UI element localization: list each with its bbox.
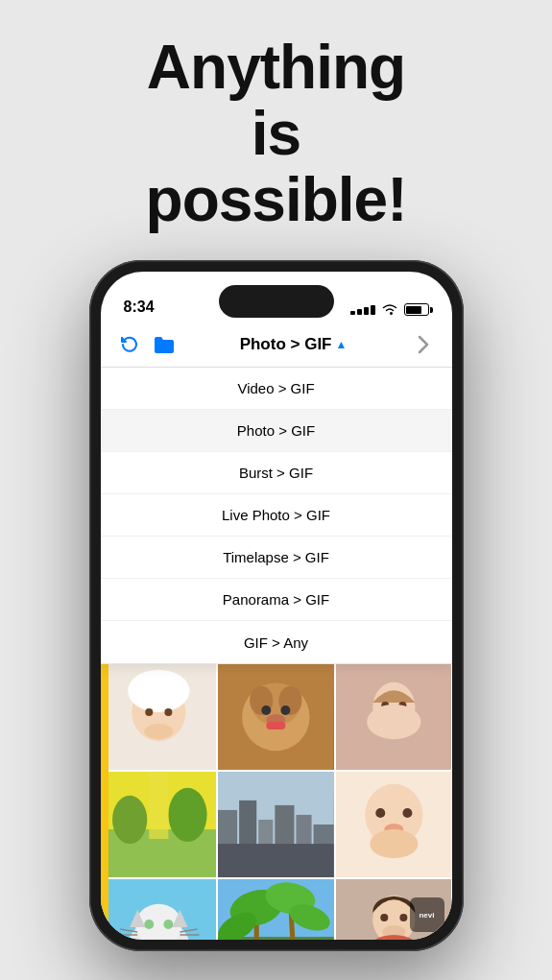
dynamic-island [219,285,334,318]
photo-grid-area: nevi [101,664,452,940]
svg-point-2 [128,670,189,712]
headline: Anything is possible! [146,35,407,233]
svg-rect-31 [314,825,334,877]
svg-point-44 [144,920,154,929]
yellow-strip [101,664,108,940]
svg-point-45 [163,920,173,929]
photo-cell-4[interactable] [101,772,217,877]
photo-cell-2[interactable] [218,664,334,770]
phone-mockup: 8:34 [89,260,464,951]
refresh-button[interactable] [116,331,143,358]
nav-title[interactable]: Photo > GIF ▲ [185,335,402,354]
svg-point-62 [382,925,405,939]
svg-point-3 [145,708,153,716]
svg-point-61 [399,914,407,921]
dropdown-item-video[interactable]: Video > GIF [101,368,452,410]
dropdown-item-burst[interactable]: Burst > GIF [101,452,452,494]
folder-button[interactable] [151,331,178,358]
status-icons [350,303,429,316]
photo-cell-8[interactable] [218,879,334,940]
svg-rect-30 [297,815,312,877]
svg-rect-33 [336,772,452,877]
status-time: 8:34 [124,299,155,316]
svg-point-17 [381,702,389,709]
svg-point-63 [365,935,422,940]
svg-point-13 [266,714,285,726]
svg-point-4 [164,708,172,716]
svg-rect-27 [239,801,256,877]
svg-point-23 [168,788,206,842]
svg-rect-50 [218,879,334,937]
svg-point-57 [286,899,334,936]
svg-rect-32 [218,844,334,877]
svg-point-59 [372,896,415,940]
dropdown-item-gifany[interactable]: GIF > Any [101,621,452,663]
svg-rect-39 [101,879,217,940]
photo-cell-5[interactable] [218,772,334,877]
svg-rect-29 [275,805,294,877]
photo-cell-1[interactable] [101,664,217,770]
watermark-text: nevi [419,911,434,920]
photo-grid [101,664,452,940]
svg-rect-6 [218,664,334,770]
dropdown-menu: Video > GIF Photo > GIF Burst > GIF Live… [101,368,452,664]
nav-bar: Photo > GIF ▲ [101,322,452,368]
svg-rect-15 [336,664,452,770]
svg-point-56 [218,907,261,941]
nav-title-arrow-icon: ▲ [335,338,347,351]
photo-cell-3[interactable] [336,664,452,770]
forward-button[interactable] [410,331,437,358]
svg-point-36 [402,808,412,818]
dropdown-item-livephoto[interactable]: Live Photo > GIF [101,494,452,537]
battery-fill [406,306,421,314]
svg-rect-51 [218,937,334,940]
phone-screen: 8:34 [101,272,452,940]
svg-point-38 [370,829,418,858]
svg-rect-28 [258,820,273,877]
dropdown-item-timelapse[interactable]: Timelapse > GIF [101,537,452,579]
svg-point-22 [112,796,147,844]
svg-point-11 [261,705,271,715]
svg-point-7 [242,683,309,751]
svg-point-8 [252,683,300,726]
svg-rect-25 [218,772,334,877]
svg-line-53 [291,898,296,940]
svg-point-41 [135,904,181,940]
svg-point-40 [128,920,189,940]
battery-icon [404,303,429,316]
svg-rect-21 [101,829,217,877]
dropdown-item-panorama[interactable]: Panorama > GIF [101,579,452,621]
svg-point-12 [281,705,291,715]
signal-icon [350,305,375,315]
svg-point-5 [144,724,173,739]
svg-point-10 [279,686,302,715]
svg-point-60 [380,914,388,921]
svg-point-18 [398,702,406,709]
svg-point-1 [132,683,185,741]
svg-rect-14 [266,722,285,729]
svg-point-19 [367,705,420,739]
svg-rect-0 [101,664,217,770]
svg-rect-20 [101,772,217,877]
svg-marker-43 [172,910,187,927]
svg-marker-42 [130,910,145,927]
svg-point-37 [384,824,403,835]
svg-point-34 [365,784,422,846]
wifi-icon [381,303,398,316]
svg-rect-26 [218,810,237,877]
svg-point-35 [375,808,385,818]
svg-line-46 [120,929,137,932]
svg-point-54 [226,884,287,932]
svg-line-48 [180,929,197,932]
photo-cell-6[interactable] [336,772,452,877]
watermark: nevi [410,897,444,932]
photo-cell-7[interactable] [101,879,217,940]
dropdown-item-photo[interactable]: Photo > GIF [101,410,452,452]
svg-point-55 [263,879,318,918]
svg-rect-24 [149,772,168,839]
svg-point-16 [372,682,415,732]
svg-point-9 [250,686,273,715]
